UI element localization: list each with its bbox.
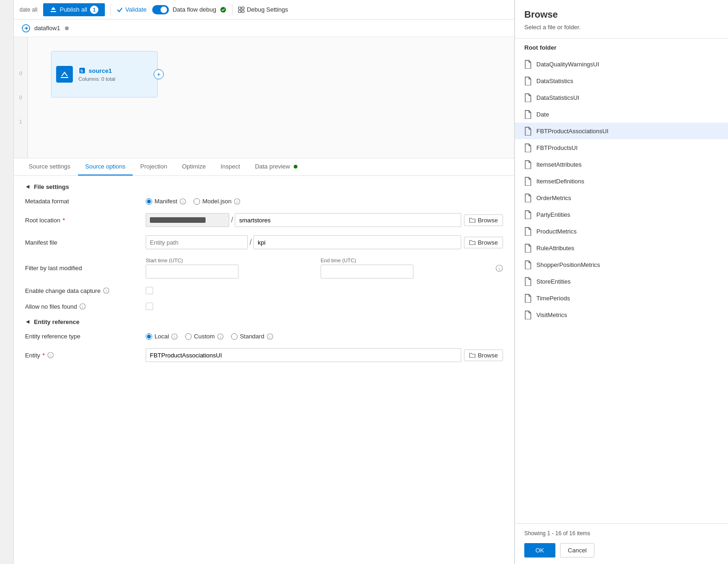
file-item[interactable]: FBTProductAssociationsUI	[515, 123, 728, 139]
tab-data-preview[interactable]: Data preview	[247, 158, 305, 175]
file-icon	[524, 193, 532, 202]
dataflow-name: dataflow1	[34, 25, 60, 32]
file-item[interactable]: ItemsetDefinitions	[515, 173, 728, 189]
svg-rect-4	[242, 7, 244, 9]
browse-folder-icon	[469, 217, 476, 223]
browse-panel-title: Browse	[515, 9, 728, 24]
file-item[interactable]: PartyEntities	[515, 206, 728, 223]
model-json-info-icon[interactable]: i	[234, 198, 240, 205]
file-item[interactable]: Date	[515, 106, 728, 123]
metadata-format-row: Metadata format Manifest i	[25, 198, 503, 205]
cdc-info-icon[interactable]: i	[103, 287, 110, 294]
entity-browse-button[interactable]: Browse	[464, 350, 503, 361]
tab-source-settings[interactable]: Source settings	[21, 158, 78, 175]
file-settings-header[interactable]: ▼ File settings	[25, 183, 503, 190]
file-item[interactable]: ItemsetAttributes	[515, 156, 728, 173]
custom-radio[interactable]: Custom i	[185, 333, 224, 340]
dataflow-header: dataflow1	[14, 19, 514, 37]
manifest-browse-button[interactable]: Browse	[464, 237, 503, 248]
manifest-file-control: / Browse	[146, 235, 503, 249]
no-files-info-icon[interactable]: i	[79, 303, 86, 310]
filter-modified-control: Start time (UTC) End time (UTC) i	[146, 258, 503, 279]
file-name: StoreEntities	[536, 278, 571, 285]
entity-input[interactable]	[146, 348, 461, 362]
tab-optimize[interactable]: Optimize	[174, 158, 213, 175]
standard-radio[interactable]: Standard i	[231, 333, 273, 340]
file-name: ItemsetAttributes	[536, 161, 582, 168]
root-path-part1[interactable]	[146, 213, 229, 227]
root-required-indicator: *	[63, 217, 65, 224]
tab-source-options[interactable]: Source options	[78, 158, 133, 175]
file-item[interactable]: DataQualityWarningsUI	[515, 56, 728, 72]
unsaved-indicator	[65, 26, 69, 30]
dataflow-icon	[21, 24, 31, 33]
no-files-control	[146, 303, 503, 310]
tab-inspect[interactable]: Inspect	[213, 158, 247, 175]
entity-collapse-icon: ▼	[25, 319, 32, 325]
publish-all-button[interactable]: Publish all 1	[43, 3, 105, 16]
root-path-part2-input[interactable]	[235, 213, 461, 227]
manifest-info-icon[interactable]: i	[180, 198, 186, 205]
custom-info-icon[interactable]: i	[217, 333, 224, 340]
tab-panel: Source settings Source options Projectio…	[14, 158, 514, 557]
publish-badge: 1	[90, 6, 98, 14]
svg-text:i: i	[182, 200, 183, 204]
file-name: VisitMetrics	[536, 311, 567, 318]
root-path-inputs: /	[146, 213, 461, 227]
local-radio[interactable]: Local i	[146, 333, 178, 340]
file-item[interactable]: ShopperPositionMetrics	[515, 256, 728, 273]
validate-button[interactable]: Validate	[116, 6, 147, 13]
file-name: ShopperPositionMetrics	[536, 261, 600, 268]
manifest-path-part2-input[interactable]	[253, 235, 461, 249]
file-name: FBTProductsUI	[536, 144, 578, 151]
file-item[interactable]: DataStatistics	[515, 72, 728, 89]
debug-settings-button[interactable]: Debug Settings	[238, 6, 288, 13]
entity-info-icon[interactable]: i	[47, 352, 54, 358]
file-item[interactable]: StoreEntities	[515, 273, 728, 290]
entity-reference-header[interactable]: ▼ Entity reference	[25, 318, 503, 325]
add-node-button[interactable]: +	[154, 69, 164, 79]
file-name: ItemsetDefinitions	[536, 178, 584, 185]
file-item[interactable]: TimePeriods	[515, 290, 728, 306]
model-json-radio[interactable]: Model.json i	[193, 198, 240, 205]
data-preview-status-dot	[294, 165, 297, 169]
file-icon	[524, 110, 532, 119]
entity-browse-icon	[469, 352, 476, 358]
end-time-input[interactable]	[321, 265, 413, 279]
ok-button[interactable]: OK	[524, 543, 555, 558]
file-icon	[524, 126, 532, 136]
enable-cdc-checkbox[interactable]	[146, 287, 153, 294]
standard-info-icon[interactable]: i	[267, 333, 273, 340]
file-item[interactable]: DataStatisticsUI	[515, 89, 728, 106]
local-info-icon[interactable]: i	[171, 333, 178, 340]
browse-panel-divider	[515, 38, 728, 39]
manifest-radio[interactable]: Manifest i	[146, 198, 186, 205]
file-list: DataQualityWarningsUI DataStatistics Dat…	[515, 56, 728, 523]
manifest-path-part1-input[interactable]	[146, 235, 248, 249]
cancel-button[interactable]: Cancel	[560, 543, 594, 558]
start-time-input[interactable]	[146, 265, 238, 279]
file-icon	[524, 227, 532, 236]
entity-control: Browse	[146, 348, 503, 362]
tab-projection[interactable]: Projection	[133, 158, 174, 175]
source-node-columns: Columns: 0 total	[78, 76, 153, 82]
file-item[interactable]: FBTProductsUI	[515, 139, 728, 156]
source-type-icon: S	[78, 67, 86, 74]
file-item[interactable]: RuleAttributes	[515, 240, 728, 256]
svg-text:i: i	[237, 200, 238, 204]
source-options-content: ▼ File settings Metadata format Manifest	[14, 176, 514, 557]
publish-label: Publish all	[60, 6, 87, 13]
source-node[interactable]: S source1 Columns: 0 total +	[51, 51, 158, 97]
file-item[interactable]: ProductMetrics	[515, 223, 728, 240]
file-item[interactable]: VisitMetrics	[515, 306, 728, 323]
file-item[interactable]: OrderMetrics	[515, 189, 728, 206]
manifest-file-label: Manifest file	[25, 239, 146, 246]
root-location-browse-button[interactable]: Browse	[464, 214, 503, 226]
svg-text:i: i	[220, 335, 221, 339]
source-node-info: S source1 Columns: 0 total	[78, 67, 153, 82]
allow-no-files-checkbox[interactable]	[146, 303, 153, 310]
svg-text:i: i	[50, 353, 51, 358]
canvas-area: 001 S source1 Columns: 0	[14, 37, 514, 158]
debug-toggle-switch[interactable]	[152, 5, 169, 14]
filter-info-icon[interactable]: i	[496, 265, 503, 272]
